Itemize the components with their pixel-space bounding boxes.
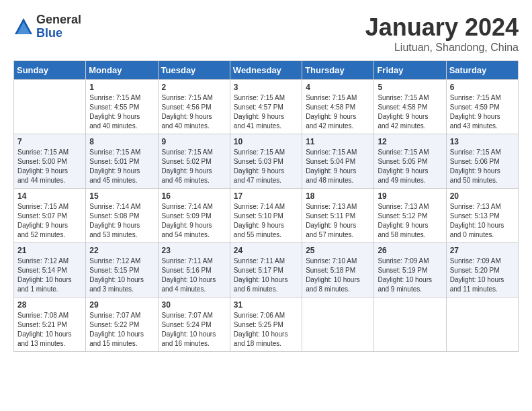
week-row-5: 28Sunrise: 7:08 AM Sunset: 5:21 PM Dayli… — [14, 298, 519, 352]
calendar-cell: 9Sunrise: 7:15 AM Sunset: 5:02 PM Daylig… — [158, 134, 230, 189]
cell-sun-info: Sunrise: 7:15 AM Sunset: 4:59 PM Dayligh… — [450, 93, 515, 131]
calendar-cell: 30Sunrise: 7:07 AM Sunset: 5:24 PM Dayli… — [158, 298, 230, 352]
calendar-cell — [374, 298, 446, 352]
cell-sun-info: Sunrise: 7:08 AM Sunset: 5:21 PM Dayligh… — [17, 311, 82, 349]
calendar-cell: 19Sunrise: 7:13 AM Sunset: 5:12 PM Dayli… — [374, 189, 446, 243]
calendar-cell: 5Sunrise: 7:15 AM Sunset: 4:58 PM Daylig… — [374, 80, 446, 134]
calendar-cell: 13Sunrise: 7:15 AM Sunset: 5:06 PM Dayli… — [446, 134, 518, 189]
day-number: 30 — [162, 300, 226, 310]
calendar-cell: 20Sunrise: 7:13 AM Sunset: 5:13 PM Dayli… — [446, 189, 518, 243]
week-row-2: 7Sunrise: 7:15 AM Sunset: 5:00 PM Daylig… — [14, 134, 519, 189]
cell-sun-info: Sunrise: 7:15 AM Sunset: 5:01 PM Dayligh… — [89, 148, 154, 185]
calendar-body: 1Sunrise: 7:15 AM Sunset: 4:55 PM Daylig… — [14, 80, 519, 352]
day-number: 7 — [17, 137, 82, 146]
calendar-header-row: SundayMondayTuesdayWednesdayThursdayFrid… — [14, 61, 519, 80]
calendar-cell: 1Sunrise: 7:15 AM Sunset: 4:55 PM Daylig… — [86, 80, 158, 134]
calendar-cell: 28Sunrise: 7:08 AM Sunset: 5:21 PM Dayli… — [14, 298, 86, 352]
week-row-1: 1Sunrise: 7:15 AM Sunset: 4:55 PM Daylig… — [14, 80, 519, 134]
day-number: 6 — [450, 83, 515, 92]
cell-sun-info: Sunrise: 7:09 AM Sunset: 5:19 PM Dayligh… — [378, 257, 442, 294]
calendar-cell: 8Sunrise: 7:15 AM Sunset: 5:01 PM Daylig… — [86, 134, 158, 189]
day-number: 4 — [306, 83, 370, 92]
calendar-cell: 18Sunrise: 7:13 AM Sunset: 5:11 PM Dayli… — [302, 189, 374, 243]
calendar-cell: 24Sunrise: 7:11 AM Sunset: 5:17 PM Dayli… — [230, 243, 302, 298]
day-number: 17 — [234, 191, 298, 201]
calendar-cell: 26Sunrise: 7:09 AM Sunset: 5:19 PM Dayli… — [374, 243, 446, 298]
cell-sun-info: Sunrise: 7:15 AM Sunset: 5:04 PM Dayligh… — [306, 148, 370, 185]
day-number: 23 — [162, 246, 226, 255]
day-number: 31 — [234, 300, 298, 310]
day-number: 12 — [378, 137, 442, 146]
calendar-cell: 29Sunrise: 7:07 AM Sunset: 5:22 PM Dayli… — [86, 298, 158, 352]
calendar-cell: 27Sunrise: 7:09 AM Sunset: 5:20 PM Dayli… — [446, 243, 518, 298]
calendar-cell: 3Sunrise: 7:15 AM Sunset: 4:57 PM Daylig… — [230, 80, 302, 134]
day-number: 14 — [17, 191, 82, 201]
day-number: 2 — [162, 83, 226, 92]
calendar-cell: 12Sunrise: 7:15 AM Sunset: 5:05 PM Dayli… — [374, 134, 446, 189]
day-number: 1 — [89, 83, 154, 92]
cell-sun-info: Sunrise: 7:15 AM Sunset: 5:02 PM Dayligh… — [162, 148, 226, 185]
calendar-cell: 15Sunrise: 7:14 AM Sunset: 5:08 PM Dayli… — [86, 189, 158, 243]
calendar-cell — [446, 298, 518, 352]
week-row-3: 14Sunrise: 7:15 AM Sunset: 5:07 PM Dayli… — [14, 189, 519, 243]
day-number: 21 — [17, 246, 82, 255]
day-number: 11 — [306, 137, 370, 146]
cell-sun-info: Sunrise: 7:12 AM Sunset: 5:15 PM Dayligh… — [89, 257, 154, 294]
day-number: 29 — [89, 300, 154, 310]
cell-sun-info: Sunrise: 7:15 AM Sunset: 4:57 PM Dayligh… — [234, 93, 298, 131]
cell-sun-info: Sunrise: 7:12 AM Sunset: 5:14 PM Dayligh… — [17, 257, 82, 294]
logo-general: General — [36, 13, 81, 26]
cell-sun-info: Sunrise: 7:13 AM Sunset: 5:11 PM Dayligh… — [306, 202, 370, 240]
day-header-tuesday: Tuesday — [158, 61, 230, 80]
day-number: 24 — [234, 246, 298, 255]
day-number: 26 — [378, 246, 442, 255]
cell-sun-info: Sunrise: 7:14 AM Sunset: 5:09 PM Dayligh… — [162, 202, 226, 240]
day-number: 9 — [162, 137, 226, 146]
day-number: 25 — [306, 246, 370, 255]
cell-sun-info: Sunrise: 7:15 AM Sunset: 5:06 PM Dayligh… — [450, 148, 515, 185]
title-block: January 2024 Liutuan, Shandong, China — [365, 13, 519, 54]
calendar-title: January 2024 — [365, 13, 519, 42]
cell-sun-info: Sunrise: 7:15 AM Sunset: 4:55 PM Dayligh… — [89, 93, 154, 131]
day-number: 10 — [234, 137, 298, 146]
day-header-monday: Monday — [86, 61, 158, 80]
calendar-cell: 11Sunrise: 7:15 AM Sunset: 5:04 PM Dayli… — [302, 134, 374, 189]
calendar-cell: 4Sunrise: 7:15 AM Sunset: 4:58 PM Daylig… — [302, 80, 374, 134]
cell-sun-info: Sunrise: 7:10 AM Sunset: 5:18 PM Dayligh… — [306, 257, 370, 294]
cell-sun-info: Sunrise: 7:15 AM Sunset: 4:58 PM Dayligh… — [306, 93, 370, 131]
calendar-cell: 2Sunrise: 7:15 AM Sunset: 4:56 PM Daylig… — [158, 80, 230, 134]
day-number: 27 — [450, 246, 515, 255]
calendar-cell: 7Sunrise: 7:15 AM Sunset: 5:00 PM Daylig… — [14, 134, 86, 189]
day-number: 13 — [450, 137, 515, 146]
day-number: 18 — [306, 191, 370, 201]
cell-sun-info: Sunrise: 7:15 AM Sunset: 4:56 PM Dayligh… — [162, 93, 226, 131]
day-number: 22 — [89, 246, 154, 255]
calendar-cell — [302, 298, 374, 352]
day-header-sunday: Sunday — [14, 61, 86, 80]
logo-blue: Blue — [36, 26, 62, 40]
cell-sun-info: Sunrise: 7:09 AM Sunset: 5:20 PM Dayligh… — [450, 257, 515, 294]
cell-sun-info: Sunrise: 7:11 AM Sunset: 5:17 PM Dayligh… — [234, 257, 298, 294]
day-number: 16 — [162, 191, 226, 201]
calendar-cell: 21Sunrise: 7:12 AM Sunset: 5:14 PM Dayli… — [14, 243, 86, 298]
logo-text: General Blue — [36, 13, 81, 40]
day-header-friday: Friday — [374, 61, 446, 80]
day-header-saturday: Saturday — [446, 61, 518, 80]
week-row-4: 21Sunrise: 7:12 AM Sunset: 5:14 PM Dayli… — [14, 243, 519, 298]
day-number: 28 — [17, 300, 82, 310]
cell-sun-info: Sunrise: 7:14 AM Sunset: 5:10 PM Dayligh… — [234, 202, 298, 240]
cell-sun-info: Sunrise: 7:15 AM Sunset: 5:05 PM Dayligh… — [378, 148, 442, 185]
cell-sun-info: Sunrise: 7:15 AM Sunset: 5:07 PM Dayligh… — [17, 202, 82, 240]
calendar-cell: 31Sunrise: 7:06 AM Sunset: 5:25 PM Dayli… — [230, 298, 302, 352]
calendar-table: SundayMondayTuesdayWednesdayThursdayFrid… — [13, 60, 519, 352]
logo: General Blue — [13, 13, 81, 40]
calendar-subtitle: Liutuan, Shandong, China — [365, 42, 519, 54]
day-number: 5 — [378, 83, 442, 92]
day-number: 15 — [89, 191, 154, 201]
cell-sun-info: Sunrise: 7:13 AM Sunset: 5:12 PM Dayligh… — [378, 202, 442, 240]
cell-sun-info: Sunrise: 7:15 AM Sunset: 5:03 PM Dayligh… — [234, 148, 298, 185]
day-number: 19 — [378, 191, 442, 201]
calendar-cell: 17Sunrise: 7:14 AM Sunset: 5:10 PM Dayli… — [230, 189, 302, 243]
calendar-cell — [14, 80, 86, 134]
calendar-cell: 16Sunrise: 7:14 AM Sunset: 5:09 PM Dayli… — [158, 189, 230, 243]
